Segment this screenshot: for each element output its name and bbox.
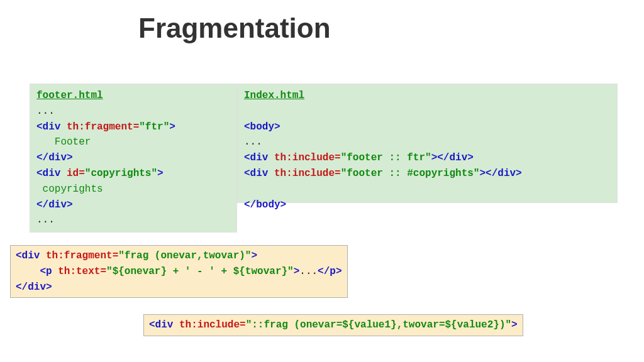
code-block: footer.html ... <div th:fragment="ftr"> … (36, 88, 230, 228)
slide: Fragmentation footer.html ... <div th:fr… (0, 0, 644, 362)
code-block: Index.html <body> ... <div th:include="f… (244, 88, 611, 212)
slide-title: Fragmentation (138, 13, 331, 44)
code-footer-html: footer.html ... <div th:fragment="ftr"> … (30, 84, 237, 233)
code-block: <div th:include="::frag (onevar=${value1… (149, 317, 518, 333)
code-fragment-include: <div th:include="::frag (onevar=${value1… (143, 314, 523, 336)
code-block: <div th:fragment="frag (onevar,twovar)">… (16, 248, 342, 295)
code-fragment-definition: <div th:fragment="frag (onevar,twovar)">… (10, 245, 348, 298)
code-index-html: Index.html <body> ... <div th:include="f… (237, 84, 618, 203)
